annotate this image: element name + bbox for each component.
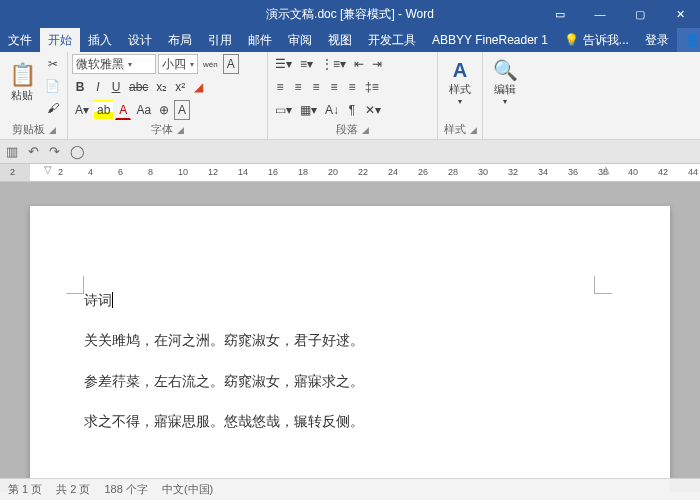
underline-button[interactable]: U	[108, 77, 124, 97]
tab-view[interactable]: 视图	[320, 28, 360, 52]
borders-button[interactable]: ▦▾	[297, 100, 320, 120]
sort-button[interactable]: A↓	[322, 100, 342, 120]
indent-marker[interactable]: ▽	[44, 164, 52, 175]
group-clipboard-label: 剪贴板	[12, 122, 45, 137]
tab-insert[interactable]: 插入	[80, 28, 120, 52]
font-family-combo[interactable]: 微软雅黑▾	[72, 54, 156, 74]
margin-corner-tl	[66, 276, 84, 294]
document-body[interactable]: 诗词 关关雎鸠，在河之洲。窈窕淑女，君子好逑。 参差荇菜，左右流之。窈窕淑女，寤…	[84, 290, 594, 434]
paste-label: 粘贴	[11, 88, 33, 103]
tell-me[interactable]: 💡告诉我...	[556, 28, 637, 52]
share-button[interactable]: 👤 共享	[677, 28, 700, 52]
clear-formatting-button[interactable]: ◢	[190, 77, 206, 97]
group-styles: A 样式 ▾ 样式◢	[438, 52, 483, 139]
line-spacing-button[interactable]: ‡≡	[362, 77, 382, 97]
close-button[interactable]: ✕	[660, 0, 700, 28]
styles-dialog-launcher[interactable]: ◢	[470, 125, 477, 135]
group-clipboard: 📋 粘贴 ✂ 📄 🖌 剪贴板◢	[0, 52, 68, 139]
tab-abbyy[interactable]: ABBYY FineReader 1	[424, 28, 556, 52]
cut-button[interactable]: ✂	[42, 54, 63, 74]
redo-button[interactable]: ↷	[49, 144, 60, 159]
editing-button[interactable]: 🔍 编辑 ▾	[487, 54, 523, 110]
asian-layout-button[interactable]: ✕▾	[362, 100, 384, 120]
page[interactable]: 诗词 关关雎鸠，在河之洲。窈窕淑女，君子好逑。 参差荇菜，左右流之。窈窕淑女，寤…	[30, 206, 670, 492]
ruler-tick: 34	[538, 167, 548, 177]
enclose-characters-button[interactable]: ⊕	[156, 100, 172, 120]
document-area[interactable]: 诗词 关关雎鸠，在河之洲。窈窕淑女，君子好逑。 参差荇菜，左右流之。窈窕淑女，寤…	[0, 182, 700, 492]
status-words[interactable]: 188 个字	[104, 482, 147, 497]
italic-button[interactable]: I	[90, 77, 106, 97]
font-size-value: 小四	[162, 56, 186, 73]
ruler-tick: 2	[10, 167, 15, 177]
paste-button[interactable]: 📋 粘贴	[4, 54, 40, 110]
strikethrough-button[interactable]: abc	[126, 77, 151, 97]
ruler-tick: 30	[478, 167, 488, 177]
maximize-button[interactable]: ▢	[620, 0, 660, 28]
ruler-tick: 40	[628, 167, 638, 177]
tab-home[interactable]: 开始	[40, 28, 80, 52]
font-dialog-launcher[interactable]: ◢	[177, 125, 184, 135]
text-effects-button[interactable]: A▾	[72, 100, 92, 120]
ruler-tick: 22	[358, 167, 368, 177]
tab-mailings[interactable]: 邮件	[240, 28, 280, 52]
numbering-button[interactable]: ≡▾	[297, 54, 316, 74]
ruler-tick: 16	[268, 167, 278, 177]
tab-developer[interactable]: 开发工具	[360, 28, 424, 52]
ribbon-display-options-icon[interactable]: ▭	[540, 0, 580, 28]
subscript-button[interactable]: x₂	[153, 77, 170, 97]
doc-paragraph: 参差荇菜，左右流之。窈窕淑女，寤寐求之。	[84, 371, 594, 393]
decrease-indent-button[interactable]: ⇤	[351, 54, 367, 74]
superscript-button[interactable]: x²	[172, 77, 188, 97]
character-shading-button[interactable]: Aa	[133, 100, 154, 120]
group-styles-label: 样式	[444, 122, 466, 137]
phonetic-guide-button[interactable]: wén	[200, 54, 221, 74]
ruler-tick: 28	[448, 167, 458, 177]
align-center-button[interactable]: ≡	[290, 77, 306, 97]
char-border-button[interactable]: A	[174, 100, 190, 120]
clipboard-dialog-launcher[interactable]: ◢	[49, 125, 56, 135]
tab-layout[interactable]: 布局	[160, 28, 200, 52]
login-button[interactable]: 登录	[637, 28, 677, 52]
tab-file[interactable]: 文件	[0, 28, 40, 52]
align-right-button[interactable]: ≡	[308, 77, 324, 97]
bullets-button[interactable]: ☰▾	[272, 54, 295, 74]
ruler-tick: 12	[208, 167, 218, 177]
ruler-tick: 36	[568, 167, 578, 177]
ribbon: 📋 粘贴 ✂ 📄 🖌 剪贴板◢ 微软雅黑▾ 小四▾ wén A B I U	[0, 52, 700, 140]
align-left-button[interactable]: ≡	[272, 77, 288, 97]
paragraph-dialog-launcher[interactable]: ◢	[362, 125, 369, 135]
copy-button[interactable]: 📄	[42, 76, 63, 96]
increase-indent-button[interactable]: ⇥	[369, 54, 385, 74]
bold-button[interactable]: B	[72, 77, 88, 97]
ruler-tick: 14	[238, 167, 248, 177]
font-size-combo[interactable]: 小四▾	[158, 54, 198, 74]
nav-pane-icon[interactable]: ▥	[6, 144, 18, 159]
format-painter-button[interactable]: 🖌	[42, 98, 63, 118]
status-language[interactable]: 中文(中国)	[162, 482, 213, 497]
horizontal-ruler[interactable]: ▽ 2 2 4 6 8 10 12 14 16 18 20 22 24 26 2…	[0, 164, 700, 182]
styles-label: 样式	[449, 82, 471, 97]
repeat-button[interactable]: ◯	[70, 144, 85, 159]
character-border-button[interactable]: A	[223, 54, 239, 74]
justify-button[interactable]: ≡	[326, 77, 342, 97]
editing-label: 编辑	[494, 82, 516, 97]
font-color-button[interactable]: A	[115, 100, 131, 120]
show-marks-button[interactable]: ¶	[344, 100, 360, 120]
ruler-tick: 2	[58, 167, 63, 177]
undo-button[interactable]: ↶	[28, 144, 39, 159]
tab-references[interactable]: 引用	[200, 28, 240, 52]
status-pages[interactable]: 共 2 页	[56, 482, 90, 497]
find-icon: 🔍	[493, 58, 518, 82]
status-page[interactable]: 第 1 页	[8, 482, 42, 497]
styles-button[interactable]: A 样式 ▾	[442, 54, 478, 110]
minimize-button[interactable]: —	[580, 0, 620, 28]
tab-review[interactable]: 审阅	[280, 28, 320, 52]
tab-design[interactable]: 设计	[120, 28, 160, 52]
text-cursor	[112, 292, 113, 308]
multilevel-list-button[interactable]: ⋮≡▾	[318, 54, 349, 74]
highlight-button[interactable]: ab	[94, 100, 113, 120]
chevron-down-icon: ▾	[503, 97, 507, 106]
distributed-button[interactable]: ≡	[344, 77, 360, 97]
shading-button[interactable]: ▭▾	[272, 100, 295, 120]
right-indent-marker[interactable]: △	[602, 164, 610, 175]
